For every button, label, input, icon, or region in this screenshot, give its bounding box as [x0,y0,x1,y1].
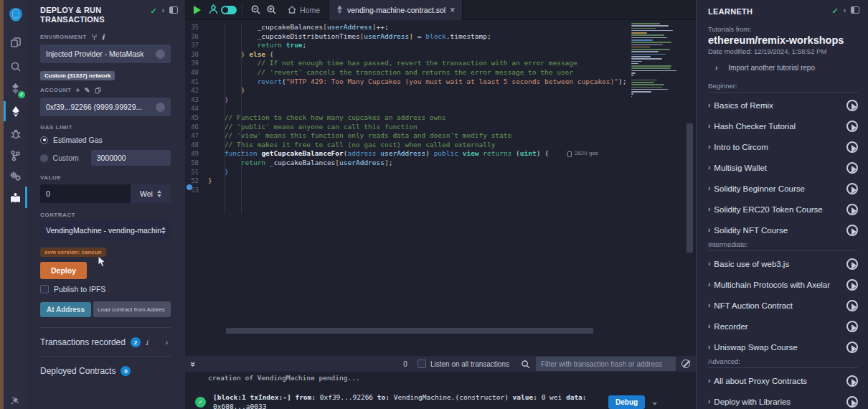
line-number[interactable]: 46 [185,123,208,132]
chevron-right-icon[interactable]: › [708,322,710,330]
chevron-right-icon[interactable]: › [708,226,710,234]
custom-gas-input[interactable]: 3000000 [91,150,171,166]
editor-vertical-scrollbar[interactable] [687,123,693,253]
tutorial-item[interactable]: ›Hash Checker Tutorial [708,116,858,136]
line-number[interactable]: 47 [185,131,208,141]
solidity-compiler-icon[interactable]: ✓ [4,77,27,99]
code-editor[interactable]: 35 _cupcakeBalances[userAddress]++;36 _c… [185,21,696,348]
pin-panel-icon[interactable] [169,6,178,14]
tutorial-item[interactable]: ›Basic use of web3.js [708,253,858,274]
chevron-right-icon[interactable]: › [708,122,710,130]
line-number[interactable]: 42 [185,86,208,95]
chevron-right-icon[interactable]: › [708,343,710,351]
transaction-log-row[interactable]: ✓ [block:1 txIndex:-] from: 0xf39...9226… [195,393,690,409]
tutorial-item[interactable]: ›Uniswap Swap Course [708,337,858,357]
play-tutorial-icon[interactable] [846,183,858,194]
recorder-icon[interactable] [205,2,221,18]
chevron-right-icon[interactable]: › [708,205,710,213]
play-tutorial-icon[interactable] [846,162,858,174]
remix-logo-icon[interactable] [4,4,27,26]
tutorial-item[interactable]: ›Solidity NFT Course [708,220,858,240]
line-number[interactable]: 39 [185,59,208,68]
git-branch-icon[interactable] [4,145,27,166]
tutorial-item[interactable]: ›Basics of Remix [708,95,858,116]
at-address-button[interactable]: At Address [40,302,91,317]
chevron-right-icon[interactable]: › [708,143,710,151]
play-tutorial-icon[interactable] [846,396,858,408]
play-tutorial-icon[interactable] [846,100,858,111]
chevron-right-icon[interactable]: › [708,398,710,405]
play-tutorial-icon[interactable] [846,204,858,215]
terminal-filter-input[interactable]: Filter with transaction hash or address [536,357,676,371]
line-number[interactable]: 40 [185,68,208,77]
settings-icon[interactable] [4,165,27,187]
unit-stepper-icon[interactable] [157,190,161,197]
editor-horizontal-scrollbar[interactable] [226,328,593,334]
line-number[interactable]: 51 [185,168,208,177]
minimap[interactable] [631,23,681,102]
value-input[interactable]: 0 [40,184,131,203]
chevron-right-icon[interactable]: › [708,101,710,109]
line-number[interactable]: 44 [185,104,208,113]
deployed-contracts-section[interactable]: Deployed Contracts 0 [40,356,171,385]
tutorial-item[interactable]: ›Solidity ERC20 Token Course [708,199,858,220]
line-number[interactable]: 49 [185,149,208,159]
learneth-icon[interactable] [4,187,27,208]
line-number[interactable]: 35 [185,23,208,32]
tutorial-item[interactable]: ›All about Proxy Contracts [708,370,858,391]
expand-terminal-icon[interactable]: » [188,361,199,366]
expand-log-chevron-icon[interactable]: ⌄ [652,396,657,406]
line-number[interactable]: 48 [185,141,208,150]
line-number[interactable]: 37 [185,41,208,50]
debug-button[interactable]: Debug [608,395,645,409]
pin-panel-icon[interactable] [851,6,859,14]
value-unit-select[interactable]: Wei [131,184,171,203]
clear-console-icon[interactable] [681,359,690,368]
environment-select[interactable]: Injected Provider - MetaMask [40,44,171,63]
plug-icon[interactable] [91,34,98,41]
collapse-panel-icon[interactable]: › [162,6,164,14]
plugin-connector-icon[interactable] [4,389,27,409]
transactions-recorded-section[interactable]: Transactions recorded 2 i › [40,327,171,356]
deploy-and-run-icon[interactable] [4,100,27,122]
chevron-right-icon[interactable]: › [708,260,710,268]
tutorial-item[interactable]: ›Intro to Circom [708,136,858,157]
chevron-right-icon[interactable]: › [708,301,710,309]
play-tutorial-icon[interactable] [846,141,858,153]
tab-home[interactable]: Home [279,0,329,20]
line-number[interactable]: 45 [185,113,208,123]
tutorial-item[interactable]: ›Multisig Wallet [708,157,858,178]
file-explorer-icon[interactable] [4,32,27,53]
estimated-gas-radio[interactable] [40,136,48,144]
custom-gas-radio[interactable] [40,154,48,162]
play-tutorial-icon[interactable] [846,321,858,332]
expand-chevron-icon[interactable]: › [166,339,168,347]
close-tab-icon[interactable]: × [450,5,455,15]
zoom-in-icon[interactable] [263,2,279,18]
deploy-button[interactable]: Deploy [40,262,87,279]
chevron-right-icon[interactable]: › [708,164,710,171]
info-icon[interactable]: i [146,339,148,347]
line-number[interactable]: 41 [185,77,208,87]
chevron-right-icon[interactable]: › [708,281,710,288]
play-tutorial-icon[interactable] [846,258,858,270]
tutorial-item[interactable]: ›Deploy with Libraries [708,391,858,409]
breakpoint-dot[interactable] [187,184,192,190]
info-icon[interactable]: i [102,33,105,41]
play-tutorial-icon[interactable] [846,121,858,132]
play-tutorial-icon[interactable] [846,225,858,236]
at-address-input[interactable]: Load contract from Addres [93,301,171,317]
chevron-right-icon[interactable]: › [708,377,710,385]
listen-all-checkbox[interactable] [418,359,426,368]
tutorial-item[interactable]: ›Recorder [708,316,858,337]
line-number[interactable]: 36 [185,32,208,42]
run-script-icon[interactable] [189,2,205,18]
zoom-out-icon[interactable] [247,2,263,18]
account-select[interactable]: 0xf39...92266 (9999.99929... [40,98,171,116]
add-account-icon[interactable]: + [76,86,80,94]
import-repo-link[interactable]: › Import another tutorial repo [715,64,857,72]
line-number[interactable]: 38 [185,50,208,60]
search-icon[interactable] [4,56,27,77]
tab-vending-machine-contract[interactable]: vending-machine-contract.sol × [329,0,463,20]
play-tutorial-icon[interactable] [846,279,858,291]
